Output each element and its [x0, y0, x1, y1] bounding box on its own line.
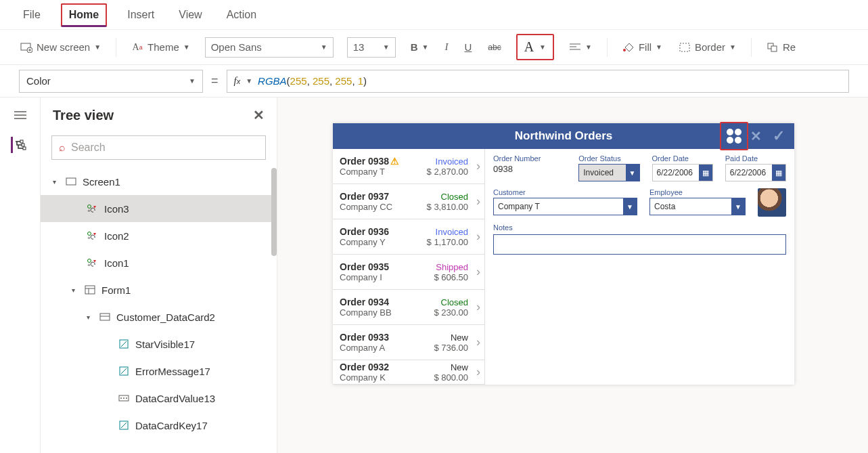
- employee-select[interactable]: Costa▼: [649, 198, 746, 215]
- gallery-item[interactable]: Order 0937Company CCClosed$ 3,810.00›: [333, 184, 484, 219]
- formula-bar: Color ▼ = fx ▼ RGBA(255, 255, 255, 1): [0, 65, 868, 98]
- fill-button[interactable]: Fill ▼: [621, 40, 664, 55]
- gallery-item[interactable]: Order 0934Company BBClosed$ 230.00›: [333, 290, 484, 325]
- fx-label: fx: [234, 75, 241, 87]
- order-gallery[interactable]: Order 0938⚠Company TInvoiced$ 2,870.00› …: [333, 149, 485, 385]
- chevron-down-icon: ▼: [656, 43, 662, 51]
- svg-point-7: [623, 49, 626, 51]
- font-color-button[interactable]: A▼: [516, 34, 554, 60]
- chevron-down-icon: ▼: [246, 77, 252, 85]
- label-icon: [118, 365, 130, 377]
- submit-icon[interactable]: ✓: [767, 125, 790, 148]
- tree-node-icon2[interactable]: +Icon2: [41, 222, 277, 249]
- tree-node-customer-card[interactable]: ▾Customer_DataCard2: [41, 303, 277, 330]
- tree-node-datacardvalue[interactable]: DataCardValue13: [41, 385, 277, 412]
- customer-select[interactable]: Company T▼: [493, 198, 637, 215]
- svg-point-38: [727, 137, 733, 144]
- label-icon: [118, 419, 130, 431]
- border-button[interactable]: Border ▼: [677, 40, 737, 55]
- svg-point-33: [123, 397, 124, 399]
- theme-icon: Aa: [131, 41, 143, 53]
- svg-point-32: [120, 397, 122, 399]
- reorder-icon: [767, 41, 779, 53]
- align-button[interactable]: ▼: [568, 40, 593, 55]
- bold-button[interactable]: B ▼: [409, 40, 430, 54]
- order-date-picker[interactable]: 6/22/2006▦: [652, 164, 713, 181]
- property-select[interactable]: Color ▼: [19, 70, 203, 93]
- svg-rect-8: [680, 43, 689, 51]
- underline-button[interactable]: U: [463, 40, 473, 54]
- tree-node-screen1[interactable]: ▾Screen1: [41, 168, 277, 195]
- search-input[interactable]: ⌕ Search: [51, 135, 266, 160]
- app-preview: Northwind Orders ✕ ✓ Order 0938⚠Company …: [333, 123, 794, 385]
- new-screen-icon: [20, 41, 32, 53]
- chevron-right-icon: ›: [476, 265, 480, 279]
- italic-button[interactable]: I: [443, 40, 449, 54]
- fill-icon: [622, 41, 635, 53]
- svg-text:+: +: [87, 208, 91, 213]
- cancel-icon[interactable]: ✕: [744, 125, 767, 148]
- employee-avatar: [758, 188, 786, 217]
- svg-point-39: [735, 137, 741, 144]
- paid-date-picker[interactable]: 6/22/2006▦: [725, 164, 786, 181]
- new-screen-button[interactable]: New screen ▼: [19, 40, 102, 55]
- menu-file[interactable]: File: [19, 3, 45, 26]
- formula-text: RGBA(255, 255, 255, 1): [258, 75, 367, 87]
- add-icon[interactable]: [723, 125, 746, 148]
- field-label: Order Date: [652, 154, 713, 163]
- chevron-down-icon: ▼: [94, 43, 101, 51]
- formula-input[interactable]: fx ▼ RGBA(255, 255, 255, 1): [227, 70, 849, 93]
- menu-insert[interactable]: Insert: [123, 3, 158, 26]
- tree: ▾Screen1 +Icon3 +Icon2 +Icon1 ▾Form1 ▾Cu…: [41, 168, 277, 453]
- svg-rect-15: [22, 144, 24, 146]
- icon-control-icon: +: [87, 202, 99, 215]
- chevron-down-icon: ▼: [585, 43, 592, 51]
- chevron-down-icon: ▼: [539, 43, 546, 51]
- font-family-select[interactable]: Open Sans ▼: [205, 37, 334, 58]
- field-label: Customer: [493, 188, 637, 196]
- notes-input[interactable]: [493, 234, 786, 255]
- chevron-down-icon: ▼: [383, 43, 390, 51]
- tree-view-icon[interactable]: [11, 137, 27, 153]
- gallery-item[interactable]: Order 0936Company YInvoiced$ 1,170.00›: [333, 219, 484, 255]
- datacard-icon: [99, 311, 111, 323]
- theme-label: Theme: [147, 41, 179, 53]
- border-label: Border: [695, 41, 725, 53]
- ribbon: New screen ▼ Aa Theme ▼ Open Sans ▼ 13 ▼…: [0, 30, 868, 65]
- tree-node-datacardkey[interactable]: DataCardKey17: [41, 412, 277, 439]
- menu-action[interactable]: Action: [223, 3, 260, 26]
- theme-button[interactable]: Aa Theme ▼: [130, 40, 191, 55]
- fill-label: Fill: [639, 41, 652, 53]
- close-icon[interactable]: ✕: [253, 107, 265, 123]
- menu-home[interactable]: Home: [61, 3, 107, 27]
- property-name: Color: [26, 75, 51, 87]
- tree-node-icon1[interactable]: +Icon1: [41, 249, 277, 276]
- tree-node-icon3[interactable]: +Icon3: [41, 195, 277, 222]
- reorder-button[interactable]: Re: [765, 40, 797, 55]
- menu-view[interactable]: View: [175, 3, 206, 26]
- gallery-item[interactable]: Order 0933Company ANew$ 736.00›: [333, 325, 484, 360]
- gallery-item[interactable]: Order 0938⚠Company TInvoiced$ 2,870.00›: [333, 149, 484, 184]
- scrollbar[interactable]: [271, 168, 277, 256]
- font-size-select[interactable]: 13 ▼: [347, 37, 396, 58]
- chevron-right-icon: ›: [476, 159, 480, 173]
- hamburger-icon[interactable]: [12, 107, 28, 123]
- order-status-select[interactable]: Invoiced▼: [578, 164, 639, 181]
- strike-button[interactable]: abc: [486, 41, 502, 53]
- field-label: Paid Date: [725, 154, 786, 163]
- chevron-down-icon: ▼: [321, 43, 327, 51]
- gallery-item[interactable]: Order 0932Company KNew$ 800.00›: [333, 360, 484, 385]
- tree-node-errormsg[interactable]: ErrorMessage17: [41, 358, 277, 385]
- gallery-item[interactable]: Order 0935Company IShipped$ 606.50›: [333, 255, 484, 290]
- chevron-right-icon: ›: [476, 335, 480, 349]
- chevron-down-icon: ▼: [729, 43, 736, 51]
- canvas[interactable]: Northwind Orders ✕ ✓ Order 0938⚠Company …: [277, 98, 868, 453]
- tree-panel: Tree view ✕ ⌕ Search ▾Screen1 +Icon3 +Ic…: [41, 98, 277, 453]
- screen-icon: [65, 175, 77, 188]
- field-label: Order Status: [578, 154, 639, 163]
- svg-rect-17: [66, 178, 76, 185]
- tree-node-starvisible[interactable]: StarVisible17: [41, 330, 277, 358]
- tree-title: Tree view: [53, 108, 114, 123]
- svg-point-37: [735, 129, 741, 135]
- tree-node-form1[interactable]: ▾Form1: [41, 276, 277, 303]
